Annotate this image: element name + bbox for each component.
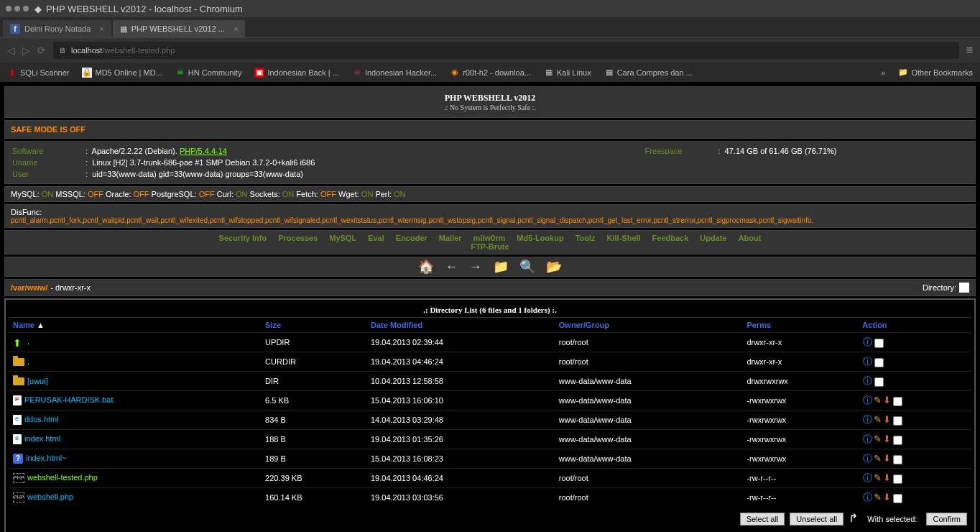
table-row[interactable]: [uwui]DIR10.04.2013 12:58:58www-data/www… — [9, 372, 971, 391]
menu-killshell[interactable]: Kill-Shell — [607, 234, 641, 242]
edit-icon[interactable]: ✎ — [874, 414, 882, 425]
file-name[interactable]: . — [27, 357, 29, 366]
edit-icon[interactable]: ✎ — [874, 472, 882, 483]
download-icon[interactable]: ⬇ — [883, 434, 891, 444]
directory-input[interactable] — [959, 283, 969, 293]
col-date[interactable]: Date Modified — [366, 318, 555, 333]
row-checkbox[interactable] — [893, 455, 902, 464]
info-icon[interactable]: ⓘ — [863, 336, 872, 349]
edit-icon[interactable]: ✎ — [874, 453, 882, 464]
table-row[interactable]: PHPwebshell-tested.php220.39 KB19.04.201… — [9, 469, 971, 488]
overflow-icon[interactable]: » — [881, 68, 885, 77]
menu-update[interactable]: Update — [700, 234, 726, 242]
bookmark-hn[interactable]: ☠HN Community — [175, 68, 242, 78]
row-checkbox[interactable] — [893, 397, 902, 406]
window-controls[interactable] — [6, 6, 29, 12]
forward-icon[interactable]: → — [468, 260, 481, 275]
col-owner[interactable]: Owner/Group — [555, 318, 743, 333]
info-icon[interactable]: ⓘ — [863, 413, 872, 426]
menu-encoder[interactable]: Encoder — [396, 234, 427, 242]
col-name[interactable]: Name ▲ — [9, 318, 261, 333]
file-name[interactable]: . — [27, 337, 29, 346]
menu-feedback[interactable]: Feedback — [652, 234, 689, 242]
menu-button[interactable]: ≡ — [966, 44, 973, 57]
menu-eval[interactable]: Eval — [368, 234, 384, 242]
bookmark-md5[interactable]: 🔒MD5 Online | MD... — [82, 68, 162, 78]
back-button[interactable]: ◁ — [7, 45, 15, 56]
menu-md5lookup[interactable]: Md5-Lookup — [517, 234, 563, 242]
bookmark-kali[interactable]: ▦Kali Linux — [544, 68, 591, 78]
confirm-button[interactable]: Confirm — [926, 513, 967, 526]
download-icon[interactable]: ⬇ — [883, 472, 891, 483]
close-icon[interactable]: × — [99, 24, 103, 33]
row-checkbox[interactable] — [874, 358, 884, 367]
unselect-all-button[interactable]: Unselect all — [790, 513, 843, 526]
close-icon[interactable]: × — [234, 24, 238, 33]
url-bar[interactable]: 🗎 localhost/webshell-tested.php — [53, 42, 959, 59]
download-icon[interactable]: ⬇ — [883, 414, 891, 425]
table-row[interactable]: .CURDIR19.04.2013 04:46:24root/rootdrwxr… — [9, 352, 971, 372]
path-seg[interactable]: var/ — [13, 283, 27, 292]
info-icon[interactable]: ⓘ — [863, 452, 872, 465]
table-row[interactable]: ⬆.UPDIR19.04.2013 02:39:44root/rootdrwxr… — [9, 333, 971, 352]
bookmark-root[interactable]: ◉r00t-h2 - downloa... — [450, 68, 531, 78]
info-icon[interactable]: ⓘ — [863, 375, 872, 387]
info-icon[interactable]: ⓘ — [863, 491, 872, 504]
menu-processes[interactable]: Processes — [278, 234, 318, 242]
bookmark-indohack[interactable]: ☠Indonesian Hacker... — [352, 68, 437, 78]
col-perms[interactable]: Perms — [742, 318, 858, 333]
menu-ftpbrute[interactable]: FTP-Brute — [471, 242, 509, 251]
table-row[interactable]: ?index.html~189 B15.04.2013 16:08:23www-… — [9, 449, 971, 469]
row-checkbox[interactable] — [893, 436, 902, 445]
file-name[interactable]: webshell.php — [27, 492, 73, 501]
file-name[interactable]: PERUSAK-HARDISK.bat — [24, 395, 113, 404]
home-icon[interactable]: 🏠 — [418, 259, 434, 275]
edit-icon[interactable]: ✎ — [874, 395, 882, 405]
row-checkbox[interactable] — [874, 339, 884, 348]
menu-milw0rm[interactable]: milw0rm — [473, 234, 506, 242]
download-icon[interactable]: ⬇ — [883, 492, 891, 503]
row-checkbox[interactable] — [893, 494, 902, 503]
table-row[interactable]: PHPwebshell.php160.14 KB19.04.2013 03:03… — [9, 488, 971, 508]
edit-icon[interactable]: ✎ — [874, 492, 882, 503]
menu-toolz[interactable]: Toolz — [575, 234, 596, 242]
info-icon[interactable]: ⓘ — [863, 433, 872, 446]
select-all-button[interactable]: Select all — [740, 513, 785, 526]
path-seg[interactable]: www/ — [27, 283, 48, 292]
tab-webshell[interactable]: ▦PHP WEBSHELL v2012 ...× — [113, 20, 246, 37]
menu-securityinfo[interactable]: Security Info — [219, 234, 267, 242]
table-row[interactable]: index.html188 B19.04.2013 01:35:26www-da… — [9, 430, 971, 449]
menu-about[interactable]: About — [739, 234, 762, 242]
php-link[interactable]: PHP/5.4.4-14 — [180, 147, 227, 155]
bookmark-sqli[interactable]: ▮SQLi Scanner — [7, 68, 69, 78]
col-size[interactable]: Size — [261, 318, 366, 333]
tab-deini[interactable]: fDeini Rony Natada× — [3, 20, 111, 37]
bookmark-compres[interactable]: ▦Cara Compres dan ... — [604, 68, 693, 78]
download-icon[interactable]: ⬇ — [883, 395, 891, 405]
row-checkbox[interactable] — [893, 416, 902, 426]
info-icon[interactable]: ⓘ — [863, 472, 872, 485]
table-row[interactable]: PERUSAK-HARDISK.bat6.5 KB15.04.2013 16:0… — [9, 391, 971, 411]
file-name[interactable]: index.html — [24, 434, 60, 443]
menu-mailer[interactable]: Mailer — [439, 234, 462, 242]
table-row[interactable]: ddos.html834 B14.04.2013 03:29:48www-dat… — [9, 411, 971, 430]
forward-button[interactable]: ▷ — [22, 45, 30, 56]
other-bookmarks[interactable]: 📁Other Bookmarks — [898, 68, 973, 78]
open-folder-icon[interactable]: 📂 — [546, 259, 562, 275]
back-icon[interactable]: ← — [445, 260, 458, 275]
edit-icon[interactable]: ✎ — [874, 434, 882, 444]
reload-button[interactable]: ⟳ — [37, 45, 46, 56]
row-checkbox[interactable] — [893, 474, 902, 484]
file-name[interactable]: ddos.html — [24, 415, 59, 423]
folder-icon[interactable]: 📁 — [493, 259, 509, 275]
info-icon[interactable]: ⓘ — [863, 355, 872, 368]
menu-mysql[interactable]: MySQL — [329, 234, 356, 242]
file-name[interactable]: index.html~ — [26, 454, 67, 462]
download-icon[interactable]: ⬇ — [883, 453, 891, 464]
file-name[interactable]: [uwui] — [27, 377, 48, 385]
search-icon[interactable]: 🔍 — [519, 259, 535, 275]
bookmark-indoback[interactable]: ▣Indonesian Back | ... — [254, 68, 338, 78]
row-checkbox[interactable] — [874, 377, 884, 387]
info-icon[interactable]: ⓘ — [863, 394, 872, 407]
file-name[interactable]: webshell-tested.php — [27, 473, 98, 482]
